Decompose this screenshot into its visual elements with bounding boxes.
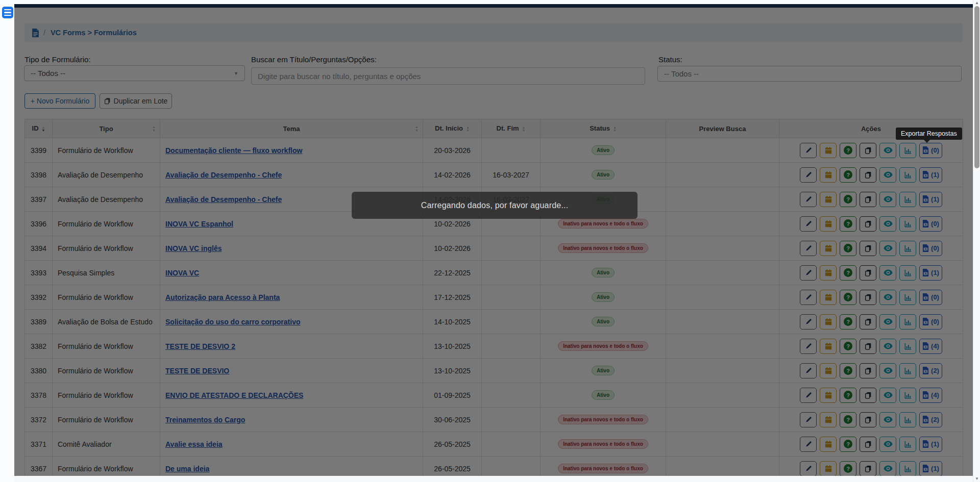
loading-overlay [14, 4, 973, 476]
scroll-down-icon[interactable]: ▼ [973, 476, 980, 481]
menu-button[interactable] [2, 7, 13, 18]
loading-toast: Carregando dados, por favor aguarde... [352, 192, 638, 219]
scroll-up-icon[interactable]: ▲ [973, 1, 980, 6]
vertical-scrollbar[interactable]: ▲ ▼ [973, 0, 980, 482]
hamburger-icon [4, 9, 11, 11]
scrollbar-thumb[interactable] [974, 6, 979, 168]
bottom-strip [14, 476, 973, 482]
export-tooltip: Exportar Respostas [896, 128, 962, 140]
page: / VC Forms > Formulários Tipo de Formulá… [0, 0, 980, 482]
